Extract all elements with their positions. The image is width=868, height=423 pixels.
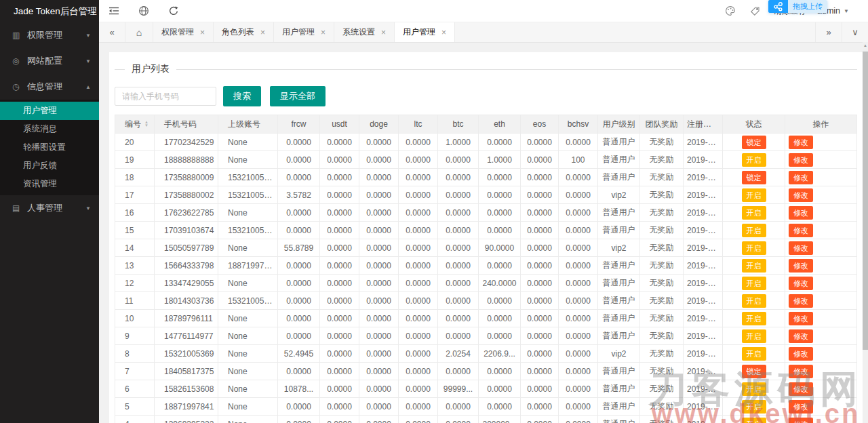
modify-button[interactable]: 修改 [789,347,813,361]
sidebar-item[interactable]: ▥权限管理▼ [0,22,99,48]
show-all-button[interactable]: 显示全部 [270,86,326,106]
sort-icon[interactable]: ▲▼ [144,121,149,127]
status-button[interactable]: 锁定 [742,171,766,184]
column-header[interactable]: usdt [320,115,359,134]
status-button[interactable]: 开启 [742,277,766,290]
modify-button[interactable]: 修改 [789,329,813,343]
column-header[interactable]: 注册日期 [684,115,723,134]
status-button[interactable]: 开启 [742,259,766,273]
modify-button[interactable]: 修改 [789,277,813,290]
modify-button[interactable]: 修改 [789,365,813,378]
close-icon[interactable]: × [260,28,265,37]
cell-actions: 修改查看明细... [785,204,857,222]
tag-icon[interactable] [743,6,767,16]
column-header[interactable]: 状态 [723,115,785,134]
modify-button[interactable]: 修改 [789,188,813,202]
cell-status: 开启 [723,222,785,239]
status-button[interactable]: 开启 [742,224,766,237]
tab-item[interactable]: 系统设置× [334,22,395,42]
tab-item[interactable]: 权限管理× [153,22,214,42]
column-header[interactable]: ltc [399,115,438,134]
modify-button[interactable]: 修改 [789,259,813,273]
column-header[interactable]: 上级账号 [218,115,278,134]
tabs-dropdown-icon[interactable]: ∨ [842,22,868,42]
status-button[interactable]: 开启 [742,329,766,343]
cell-doge: 0.0000 [359,151,399,169]
status-button[interactable]: 开启 [742,400,766,414]
sidebar-subitem[interactable]: 系统消息 [0,120,99,138]
modify-button[interactable]: 修改 [789,294,813,308]
column-header[interactable]: btc [438,115,479,134]
column-header[interactable]: 编号▲▼ [115,115,155,134]
column-header[interactable]: bchsv [559,115,598,134]
status-button[interactable]: 开启 [742,294,766,308]
status-button[interactable]: 开启 [742,347,766,361]
cell-status: 开启 [723,151,785,169]
sidebar-subitem[interactable]: 用户管理 [0,102,99,120]
share-icon[interactable] [768,0,788,13]
modify-button[interactable]: 修改 [789,382,813,396]
column-header[interactable]: 操作 [785,115,857,134]
modify-button[interactable]: 修改 [789,418,813,423]
sidebar-subitem[interactable]: 轮播图设置 [0,138,99,157]
scrollbar-thumb[interactable] [863,52,868,350]
modify-button[interactable]: 修改 [789,224,813,237]
vertical-scrollbar[interactable]: ▲ [863,42,868,423]
close-icon[interactable]: × [381,28,386,37]
close-icon[interactable]: × [200,28,205,37]
cell-actions: 修改查看明细... [785,310,857,327]
collapse-sidebar-icon[interactable] [99,0,129,22]
column-header[interactable]: 用户级别 [598,115,640,134]
cell-frcw: 10878... [278,380,320,398]
status-button[interactable]: 开启 [742,206,766,220]
status-button[interactable]: 开启 [742,382,766,396]
status-button[interactable]: 锁定 [742,136,766,149]
status-button[interactable]: 开启 [742,188,766,202]
modify-button[interactable]: 修改 [789,206,813,220]
tabs-scroll-right-icon[interactable]: » [815,22,842,42]
status-button[interactable]: 开启 [742,418,766,423]
sidebar-item[interactable]: ◷信息管理▲ [0,74,99,100]
tab-item[interactable]: 角色列表× [214,22,274,42]
refresh-icon[interactable] [159,0,189,22]
sidebar-subitem[interactable]: 资讯管理 [0,175,99,193]
scrollbar-up-icon[interactable]: ▲ [863,43,868,47]
close-icon[interactable]: × [321,28,326,37]
column-header[interactable]: 手机号码 [155,115,218,134]
drag-upload-widget[interactable]: 拖拽上传 [768,0,827,13]
home-tab-icon[interactable]: ⌂ [125,22,153,42]
modify-button[interactable]: 修改 [789,241,813,255]
cell-date: 2019-0... [684,292,723,310]
sidebar-item[interactable]: ▤人事管理▼ [0,195,99,221]
column-header[interactable]: doge [359,115,399,134]
cell-reward: 无奖励 [640,398,684,416]
column-header[interactable]: 团队奖励 [640,115,684,134]
modify-button[interactable]: 修改 [789,171,813,184]
sidebar-subitem[interactable]: 用户反馈 [0,157,99,175]
theme-palette-icon[interactable] [718,5,743,16]
tabs-scroll-left-icon[interactable]: « [99,22,125,42]
close-icon[interactable]: × [441,28,446,37]
status-button[interactable]: 开启 [742,312,766,325]
cell-actions: 修改查看明细... [785,239,857,257]
status-button[interactable]: 开启 [742,241,766,255]
modify-button[interactable]: 修改 [789,312,813,325]
tab-item[interactable]: 用户管理× [395,22,455,42]
tab-item[interactable]: 用户管理× [274,22,334,42]
search-button[interactable]: 搜索 [223,86,261,106]
cell-status: 开启 [723,416,785,423]
cell-bchsv: 0.0000 [559,380,598,398]
globe-icon[interactable] [129,0,159,22]
column-header[interactable]: frcw [278,115,320,134]
status-button[interactable]: 锁定 [742,365,766,378]
modify-button[interactable]: 修改 [789,400,813,414]
column-header[interactable]: eos [521,115,559,134]
modify-button[interactable]: 修改 [789,136,813,149]
modify-button[interactable]: 修改 [789,153,813,167]
column-header[interactable]: eth [479,115,521,134]
status-button[interactable]: 开启 [742,153,766,167]
sidebar-item[interactable]: ◎网站配置▼ [0,48,99,74]
cell-status: 开启 [723,398,785,416]
phone-search-input[interactable] [115,87,216,106]
cell-date: 2019-0... [684,186,723,204]
